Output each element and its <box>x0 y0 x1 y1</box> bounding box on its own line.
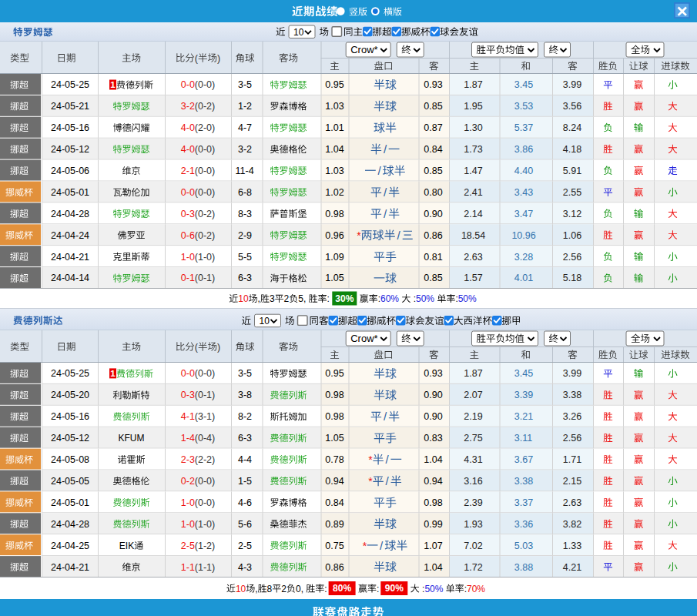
svg-text:2-5: 2-5 <box>181 541 195 551</box>
svg-text:0.90: 0.90 <box>424 390 442 400</box>
svg-text:1-0: 1-0 <box>181 519 195 530</box>
svg-text:5.18: 5.18 <box>563 273 581 283</box>
svg-text:0.89: 0.89 <box>325 519 343 530</box>
svg-text:3.86: 3.86 <box>514 144 533 155</box>
svg-text:1.07: 1.07 <box>424 541 442 551</box>
svg-text:3.39: 3.39 <box>514 390 533 400</box>
svg-text:,: , <box>255 584 257 594</box>
svg-text:80%: 80% <box>333 583 351 594</box>
svg-text:24-05-08: 24-05-08 <box>51 454 89 465</box>
svg-text:0-2: 0-2 <box>181 476 195 487</box>
svg-text:0,: 0, <box>296 584 306 594</box>
svg-text:0.98: 0.98 <box>325 390 343 400</box>
svg-text:50%: 50% <box>424 584 443 594</box>
svg-text:(0-1): (0-1) <box>195 390 215 400</box>
svg-text:2-9: 2-9 <box>238 230 252 241</box>
svg-text:5.37: 5.37 <box>514 122 533 133</box>
svg-text:0-3: 0-3 <box>181 390 195 400</box>
svg-text:4-6: 4-6 <box>238 497 252 508</box>
svg-text:1.06: 1.06 <box>563 230 581 241</box>
svg-text:0.94: 0.94 <box>325 476 343 487</box>
svg-text:(2-0): (2-0) <box>195 122 215 133</box>
svg-text:24-05-05: 24-05-05 <box>51 476 89 487</box>
svg-text:1-4: 1-4 <box>181 433 195 444</box>
svg-text:1.71: 1.71 <box>563 454 581 465</box>
svg-text:24-04-14: 24-04-14 <box>51 273 89 283</box>
svg-text:4-0: 4-0 <box>181 122 195 133</box>
svg-text:1-5: 1-5 <box>238 476 252 487</box>
svg-text:0.98: 0.98 <box>325 411 343 422</box>
svg-text:24-04-21: 24-04-21 <box>51 252 89 263</box>
svg-text:1.33: 1.33 <box>563 541 581 551</box>
svg-text:(0-2): (0-2) <box>195 230 215 241</box>
svg-text:0-0: 0-0 <box>181 187 195 198</box>
svg-text:4.31: 4.31 <box>464 454 482 465</box>
svg-text:3.45: 3.45 <box>514 79 533 90</box>
svg-text:1-0: 1-0 <box>181 497 195 508</box>
svg-text:8-2: 8-2 <box>238 411 252 422</box>
svg-text:24-05-01: 24-05-01 <box>51 187 89 198</box>
svg-text:1.30: 1.30 <box>464 122 482 133</box>
svg-text:24-05-25: 24-05-25 <box>51 79 89 90</box>
svg-text:2: 2 <box>281 584 287 594</box>
svg-text:3.45: 3.45 <box>514 368 533 379</box>
svg-text:2.56: 2.56 <box>563 252 581 263</box>
svg-text:*: * <box>368 475 373 487</box>
svg-text:Crow*: Crow* <box>350 333 377 344</box>
svg-text::: : <box>327 293 333 304</box>
svg-text:6-3: 6-3 <box>238 273 252 283</box>
svg-text:(0-1): (0-1) <box>195 273 215 283</box>
svg-text:3.38: 3.38 <box>563 390 581 400</box>
svg-text:4.21: 4.21 <box>563 562 581 573</box>
svg-text:(0-0): (0-0) <box>195 368 215 379</box>
svg-text:5.91: 5.91 <box>563 166 581 176</box>
svg-text:(0-2): (0-2) <box>195 209 215 219</box>
svg-text:1.03: 1.03 <box>325 101 343 112</box>
svg-text:2.55: 2.55 <box>563 187 581 198</box>
svg-text:1-2: 1-2 <box>238 101 252 112</box>
svg-text:0.93: 0.93 <box>424 368 442 379</box>
svg-text:8: 8 <box>267 584 273 594</box>
svg-text:6-8: 6-8 <box>238 187 252 198</box>
svg-text:1.95: 1.95 <box>464 101 482 112</box>
svg-text:3.36: 3.36 <box>514 519 533 530</box>
svg-text:3.56: 3.56 <box>563 101 581 112</box>
svg-text:0.85: 0.85 <box>424 101 442 112</box>
svg-text:2.14: 2.14 <box>464 209 482 219</box>
svg-text:3.37: 3.37 <box>514 497 533 508</box>
svg-text:2.75: 2.75 <box>464 433 482 444</box>
svg-text:0.99: 0.99 <box>424 519 442 530</box>
svg-text:3.47: 3.47 <box>514 209 533 219</box>
svg-text:3.53: 3.53 <box>514 101 533 112</box>
svg-text:*: * <box>363 540 367 552</box>
svg-text:0.98: 0.98 <box>325 209 343 219</box>
svg-text:3.99: 3.99 <box>563 79 581 90</box>
svg-text:1-0: 1-0 <box>181 252 195 263</box>
svg-text:1.04: 1.04 <box>424 562 442 573</box>
svg-text:50%: 50% <box>458 293 477 304</box>
svg-text:1.04: 1.04 <box>325 144 343 155</box>
svg-text:(1-0): (1-0) <box>195 252 215 263</box>
svg-text:24-05-12: 24-05-12 <box>51 433 89 444</box>
svg-text:(0-0): (0-0) <box>195 476 215 487</box>
svg-text:6-3: 6-3 <box>238 433 252 444</box>
svg-text:10: 10 <box>236 584 246 594</box>
svg-text:3.11: 3.11 <box>514 433 532 444</box>
svg-text:0.84: 0.84 <box>424 144 442 155</box>
svg-text:3.43: 3.43 <box>514 187 533 198</box>
svg-text:8-3: 8-3 <box>238 209 252 219</box>
svg-text:30%: 30% <box>335 293 354 304</box>
svg-text:2.19: 2.19 <box>464 411 482 422</box>
svg-text:24-05-16: 24-05-16 <box>51 122 89 133</box>
svg-text:0-6: 0-6 <box>181 230 195 241</box>
svg-text:0-3: 0-3 <box>181 209 195 219</box>
svg-text:1.72: 1.72 <box>464 562 482 573</box>
svg-text:3: 3 <box>270 293 275 304</box>
svg-text:2.41: 2.41 <box>464 187 482 198</box>
svg-text:10: 10 <box>238 293 249 304</box>
svg-text:4-4: 4-4 <box>238 454 252 465</box>
svg-text:0.90: 0.90 <box>424 411 442 422</box>
svg-text:8.24: 8.24 <box>563 122 581 133</box>
svg-text:1-1: 1-1 <box>181 562 195 573</box>
svg-text:3.88: 3.88 <box>514 562 533 573</box>
